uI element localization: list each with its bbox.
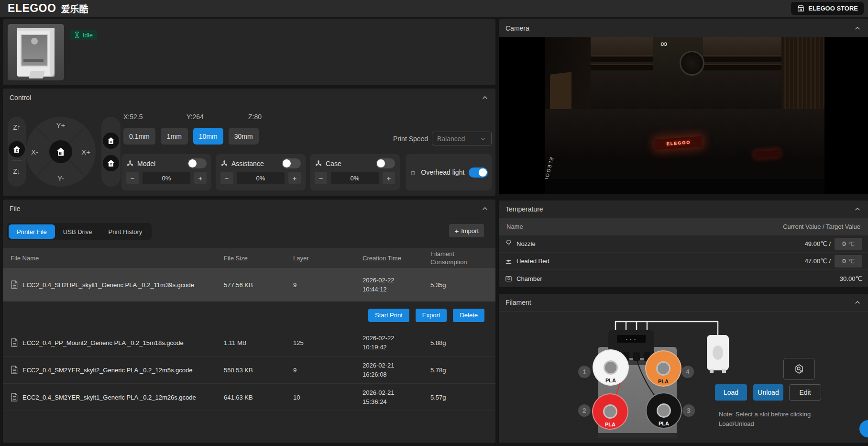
storefront-icon	[797, 4, 805, 12]
heated-bed-target-input[interactable]: 0 ℃	[835, 255, 862, 268]
jog-wheel: Y+ Y- X- X+	[26, 117, 96, 187]
filament-spool-2[interactable]: PLA	[592, 393, 628, 430]
step-10mm-button[interactable]: 10mm	[193, 128, 223, 145]
home-x-button[interactable]: X	[103, 133, 119, 149]
filament-spool-3[interactable]: PLA	[646, 392, 682, 429]
printer-art	[17, 28, 55, 77]
fan-card-assistance: Assistance − 0% +	[216, 154, 306, 190]
col-filament-consumption: Filament Consumption	[430, 250, 484, 266]
jog-x-plus[interactable]: X+	[81, 148, 90, 156]
start-print-button[interactable]: Start Print	[368, 309, 409, 322]
col-creation-time: Creation Time	[363, 255, 430, 262]
model-fan-plus-button[interactable]: +	[194, 172, 207, 184]
fan-icon	[315, 160, 322, 167]
status-panel: Idle	[3, 19, 495, 85]
file-row-selected[interactable]: ECC2_0.4_SH2HPL_skylt1_Generic PLA _0.2_…	[3, 268, 495, 301]
delete-button[interactable]: Delete	[453, 309, 484, 322]
jog-x-minus[interactable]: X-	[31, 148, 38, 156]
z-down-button[interactable]: Z↓	[13, 161, 21, 182]
printer-thumbnail	[8, 24, 64, 80]
filament-spool-4[interactable]: PLA	[645, 350, 681, 387]
case-fan-plus-button[interactable]: +	[383, 172, 395, 184]
collapse-control-icon[interactable]	[481, 94, 489, 101]
file-row[interactable]: ECC2_0.4_SM2YER_skylt2_Generic PLA _0.2_…	[3, 357, 495, 384]
toolhead-logo: ∞	[660, 38, 667, 49]
home-z-button[interactable]: Z	[9, 141, 25, 157]
chamber-current-temp: 30.00℃	[840, 275, 862, 282]
step-0.1mm-button[interactable]: 0.1mm	[123, 128, 155, 145]
z-up-button[interactable]: Z↑	[13, 117, 21, 138]
nozzle-target-input[interactable]: 0 ℃	[835, 238, 862, 250]
col-file-size: File Size	[224, 255, 293, 262]
slot-number-4[interactable]: 4	[681, 366, 694, 378]
filament-settings-button[interactable]	[783, 358, 815, 380]
spool-hub	[603, 404, 617, 419]
hub-screen: ▪ ▪ ▪	[617, 335, 646, 343]
nozzle-temp-row: Nozzle 49.00℃ / 0 ℃	[499, 235, 868, 253]
position-y: Y:264	[187, 113, 204, 121]
gcode-file-icon	[11, 365, 18, 375]
home-all-button[interactable]	[49, 140, 72, 163]
unload-button[interactable]: Unload	[753, 384, 783, 401]
nut-settings-icon	[793, 363, 805, 375]
print-speed-label: Print Speed	[393, 135, 428, 143]
jog-y-minus[interactable]: Y-	[57, 174, 64, 182]
slot-number-1[interactable]: 1	[578, 366, 591, 378]
jog-y-plus[interactable]: Y+	[56, 121, 66, 129]
tab-print-history[interactable]: Print History	[100, 224, 151, 239]
file-title: File	[10, 205, 21, 212]
assistance-fan-minus-button[interactable]: −	[220, 172, 233, 184]
home-x-icon: X	[106, 136, 116, 145]
home-y-button[interactable]: Y	[103, 155, 119, 171]
import-button[interactable]: + Import	[449, 224, 484, 237]
model-fan-value: 0%	[143, 172, 190, 184]
collapse-camera-icon[interactable]	[854, 24, 861, 32]
edit-button[interactable]: Edit	[789, 384, 821, 401]
brand-logo-cn: 爱乐酷	[61, 2, 88, 15]
elegoo-store-button[interactable]: ELEGOO STORE	[791, 2, 864, 15]
step-30mm-button[interactable]: 30mm	[229, 128, 259, 145]
model-fan-toggle[interactable]	[187, 158, 207, 168]
filament-spool-1[interactable]: PLA	[593, 349, 629, 386]
model-fan-minus-button[interactable]: −	[126, 172, 139, 184]
slot-number-2[interactable]: 2	[578, 404, 591, 417]
case-fan-toggle[interactable]	[376, 158, 395, 168]
fan-card-model: Model − 0% +	[121, 154, 211, 190]
svg-text:Z: Z	[16, 149, 18, 152]
step-size-group: 0.1mm 1mm 10mm 30mm	[123, 128, 259, 145]
print-speed-select[interactable]: Balanced	[432, 132, 492, 145]
hourglass-icon	[74, 32, 80, 38]
xy-home-pill: X Y	[101, 117, 121, 187]
tab-printer-file[interactable]: Printer File	[9, 224, 55, 239]
overhead-light-toggle[interactable]	[469, 167, 488, 178]
fan-cards: Model − 0% + Assistance − 0%	[121, 154, 400, 190]
file-row[interactable]: ECC2_0.4_PP_Mount2_Generic PLA _0.2_15m1…	[3, 329, 495, 357]
tab-usb-drive[interactable]: USB Drive	[55, 224, 100, 239]
load-button[interactable]: Load	[715, 384, 747, 401]
assistance-fan-plus-button[interactable]: +	[288, 172, 301, 184]
chevron-down-icon	[480, 135, 486, 142]
export-button[interactable]: Export	[416, 309, 447, 322]
step-1mm-button[interactable]: 1mm	[161, 128, 188, 145]
chamber-icon	[505, 275, 513, 283]
temperature-panel: Temperature Name Current Value / Target …	[499, 201, 868, 287]
fan-icon	[126, 160, 134, 167]
control-panel: Control Z↑ Z Z↓ Y+ Y- X- X+ X	[3, 89, 495, 196]
collapse-temperature-icon[interactable]	[854, 205, 861, 213]
col-layer: Layer	[293, 255, 363, 262]
slot-number-3[interactable]: 3	[682, 404, 695, 417]
overhead-light-card: ☼ Overhead light	[406, 154, 492, 190]
heated-bed-icon	[505, 257, 513, 265]
file-row[interactable]: ECC2_0.4_SM2YER_skylt1_Generic PLA _0.2_…	[3, 384, 495, 411]
assistance-fan-toggle[interactable]	[282, 158, 301, 168]
case-fan-minus-button[interactable]: −	[315, 172, 327, 184]
camera-panel: Camera ∞ ELEGOO ELEGOO	[499, 19, 868, 194]
collapse-file-icon[interactable]	[481, 205, 489, 212]
file-table-header: File Name File Size Layer Creation Time …	[3, 248, 495, 268]
case-fan-value: 0%	[331, 172, 379, 184]
control-title: Control	[10, 94, 31, 101]
camera-feed: ∞ ELEGOO ELEGOO	[499, 37, 868, 194]
fan-icon	[220, 160, 228, 167]
heated-bed-current-temp: 47.00℃ /	[805, 257, 831, 265]
collapse-filament-icon[interactable]	[854, 299, 861, 306]
